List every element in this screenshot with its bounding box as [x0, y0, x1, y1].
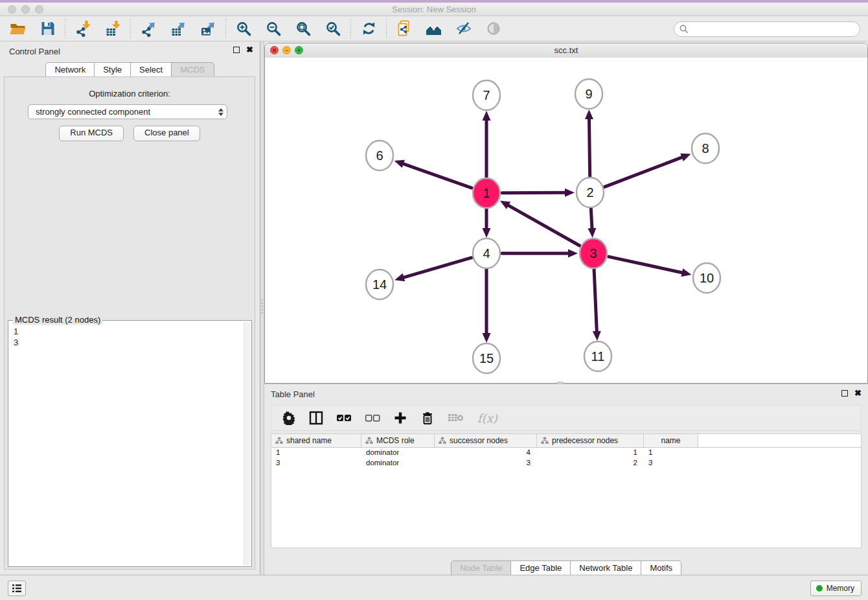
- delete-row-button[interactable]: [420, 410, 435, 426]
- task-history-button[interactable]: [8, 581, 26, 596]
- column-header-mcds-role[interactable]: MCDS role: [361, 434, 435, 447]
- memory-label: Memory: [827, 584, 854, 593]
- home-button[interactable]: [422, 18, 446, 39]
- duplicate-network-button[interactable]: [392, 18, 417, 39]
- column-label: shared name: [286, 436, 332, 445]
- search-field[interactable]: [674, 21, 860, 37]
- memory-button[interactable]: Memory: [810, 581, 862, 596]
- result-scrollbar[interactable]: [244, 322, 251, 566]
- table-row[interactable]: 1dominator411: [271, 448, 861, 458]
- table-cell[interactable]: 2: [537, 458, 644, 468]
- toolbar-group: [71, 18, 125, 39]
- close-panel-icon[interactable]: ✖: [246, 47, 253, 53]
- edge-3-10[interactable]: [608, 257, 681, 273]
- export-image-button[interactable]: [196, 18, 220, 39]
- search-icon: [679, 24, 689, 34]
- zoom-selected-button[interactable]: [321, 18, 345, 39]
- tab-style[interactable]: Style: [95, 62, 131, 77]
- window-title: Session: New Session: [0, 5, 868, 14]
- table-settings-button[interactable]: [282, 410, 296, 426]
- refresh-icon: [361, 21, 377, 36]
- add-row-button[interactable]: [393, 410, 407, 426]
- network-graph: 7968124314101511: [265, 58, 867, 384]
- column-header-predecessor-nodes[interactable]: predecessor nodes: [537, 434, 644, 447]
- export-network-button[interactable]: [136, 18, 161, 39]
- import-table-icon: [104, 20, 122, 37]
- table-cell[interactable]: 3: [271, 458, 361, 468]
- tab-motifs[interactable]: Motifs: [641, 560, 681, 575]
- vertical-splitter[interactable]: [260, 41, 264, 575]
- table-panel: Table Panel ✖ f(x) shared nameMCDS roles…: [264, 384, 868, 575]
- column-header-successor-nodes[interactable]: successor nodes: [435, 434, 537, 447]
- table-cell[interactable]: dominator: [361, 448, 435, 458]
- select-all-columns-button[interactable]: [336, 410, 352, 426]
- network-canvas[interactable]: 7968124314101511: [265, 58, 867, 383]
- arrowhead-1-6: [394, 160, 405, 168]
- edge-1-2[interactable]: [502, 192, 565, 193]
- edge-2-9[interactable]: [589, 119, 590, 177]
- tab-network-table[interactable]: Network Table: [571, 560, 641, 575]
- node-table: shared nameMCDS rolesuccessor nodesprede…: [271, 433, 862, 548]
- tab-network[interactable]: Network: [45, 62, 95, 77]
- toolbar-group: [136, 18, 220, 39]
- edge-4-14[interactable]: [404, 258, 472, 277]
- toolbar-separator: [386, 19, 387, 38]
- save-session-button[interactable]: [35, 18, 60, 39]
- tab-node-table[interactable]: Node Table: [451, 560, 512, 575]
- column-label: predecessor nodes: [552, 436, 618, 445]
- tab-select[interactable]: Select: [131, 62, 172, 77]
- import-network-button[interactable]: [71, 18, 95, 39]
- export-table-icon: [170, 20, 187, 37]
- tab-mcds[interactable]: MCDS: [172, 62, 214, 77]
- zoom-in-button[interactable]: [231, 18, 256, 39]
- run-mcds-button[interactable]: Run MCDS: [59, 126, 124, 141]
- table-cell[interactable]: 3: [644, 458, 698, 468]
- refresh-button[interactable]: [356, 18, 381, 39]
- table-cell[interactable]: 3: [435, 458, 537, 468]
- node-label-1: 1: [483, 186, 490, 200]
- node-label-9: 9: [585, 87, 592, 101]
- export-table-button[interactable]: [166, 18, 190, 39]
- unselect-all-columns-button[interactable]: [365, 410, 380, 426]
- edge-1-6[interactable]: [404, 164, 472, 188]
- table-cell[interactable]: 1: [537, 448, 644, 458]
- hide-panel-button[interactable]: [451, 18, 476, 39]
- close-table-panel-icon[interactable]: ✖: [854, 390, 862, 397]
- toolbar-separator: [130, 19, 131, 38]
- zoom-fit-button[interactable]: [291, 18, 315, 39]
- table-cell[interactable]: 1: [644, 448, 698, 458]
- edge-3-11[interactable]: [594, 269, 597, 331]
- arrowhead-3-10: [681, 268, 692, 277]
- import-table-button[interactable]: [100, 18, 125, 39]
- column-header-name[interactable]: name: [644, 434, 698, 447]
- edge-2-3[interactable]: [591, 208, 592, 228]
- node-label-11: 11: [591, 349, 605, 363]
- edge-2-8[interactable]: [604, 157, 681, 187]
- edge-3-1[interactable]: [508, 205, 580, 246]
- tab-edge-table[interactable]: Edge Table: [511, 560, 571, 575]
- table-cell[interactable]: 4: [435, 448, 537, 458]
- node-label-15: 15: [479, 351, 494, 365]
- search-input[interactable]: [689, 24, 847, 34]
- split-columns-button[interactable]: [309, 410, 323, 426]
- zoom-out-button[interactable]: [261, 18, 286, 39]
- table-cell[interactable]: dominator: [361, 458, 435, 468]
- node-label-8: 8: [702, 141, 709, 156]
- table-cell[interactable]: 1: [271, 448, 361, 458]
- arrowhead-3-11: [593, 331, 601, 341]
- mcds-result-text[interactable]: 1 3: [8, 322, 244, 566]
- column-header-shared-name[interactable]: shared name: [271, 434, 361, 447]
- add-row-icon: [394, 411, 407, 424]
- float-table-panel-icon[interactable]: [841, 390, 848, 397]
- show-panel-button[interactable]: [481, 18, 506, 39]
- close-panel-button[interactable]: Close panel: [133, 126, 200, 141]
- function-builder-icon: f(x): [477, 411, 497, 425]
- criterion-dropdown[interactable]: strongly connected component: [28, 104, 227, 119]
- open-file-icon: [9, 21, 27, 36]
- table-row[interactable]: 3dominator323: [271, 458, 861, 468]
- float-panel-icon[interactable]: [233, 47, 240, 53]
- open-file-button[interactable]: [5, 18, 30, 39]
- delete-table-button[interactable]: [448, 410, 464, 426]
- table-settings-icon: [282, 411, 296, 425]
- function-builder-button[interactable]: f(x): [477, 410, 497, 426]
